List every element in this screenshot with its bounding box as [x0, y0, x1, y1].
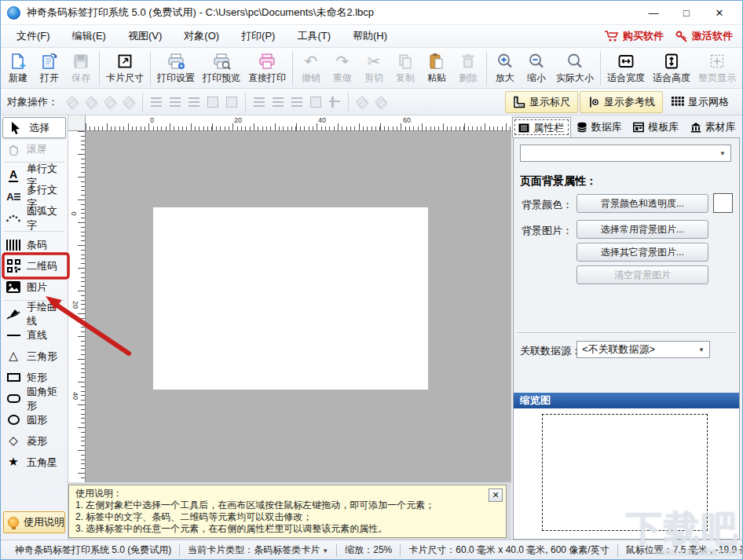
tool-scroll[interactable]: 滚屏 [1, 138, 68, 159]
app-window: 神奇条码标签打印系统 5.0 (免费试用) - C:\Users\pc\Docu… [0, 0, 743, 560]
database-icon [576, 122, 587, 133]
align-left-icon[interactable] [148, 94, 164, 110]
redo-button[interactable]: ↷ 重做 [327, 50, 358, 86]
move-backward-icon[interactable] [121, 94, 137, 110]
align-middle-icon[interactable] [270, 94, 286, 110]
line-icon [5, 328, 22, 343]
align-top-icon[interactable] [251, 94, 267, 110]
maximize-button[interactable]: □ [670, 2, 703, 24]
zoom-out-button[interactable]: 缩小 [521, 50, 552, 86]
single-line-text-icon: A [5, 168, 22, 184]
menu-file[interactable]: 文件(F) [5, 25, 61, 47]
print-preview-icon [211, 51, 232, 71]
cut-button[interactable]: ✂ 剪切 [358, 50, 390, 86]
bg-color-label: 背景颜色： [522, 198, 573, 212]
circle-icon [5, 412, 22, 428]
panel-divider [517, 332, 736, 333]
distribute-v-icon[interactable] [327, 94, 342, 110]
arc-text-icon [5, 210, 22, 226]
element-selector-dropdown[interactable]: ▼ [520, 145, 731, 162]
show-grid-toggle[interactable]: 显示网格 [664, 92, 736, 112]
tool-star[interactable]: ★ 五角星 [1, 452, 68, 473]
tab-material-library[interactable]: 素材库 [685, 117, 742, 137]
tool-triangle[interactable]: △ 三角形 [1, 346, 68, 367]
canvas-area: 0 20 40 60 0 20 40 使用说明： 1. 左侧对象栏中选择一个工具… [68, 115, 511, 540]
save-button[interactable]: 保存 [65, 50, 97, 86]
activate-software-link[interactable]: 激活软件 [675, 29, 733, 43]
show-ruler-toggle[interactable]: 显示标尺 [505, 91, 578, 113]
group-icon[interactable] [354, 94, 370, 110]
show-guides-toggle[interactable]: 显示参考线 [580, 91, 663, 113]
help-close-button[interactable]: ✕ [489, 489, 503, 502]
menu-edit[interactable]: 编辑(E) [61, 25, 117, 47]
card-size-icon [115, 51, 134, 71]
copy-button[interactable]: 复制 [390, 50, 421, 86]
close-button[interactable]: ✕ [703, 2, 736, 24]
bg-image-clear-button[interactable]: 清空背景图片 [576, 265, 708, 284]
paste-button[interactable]: 粘贴 [421, 50, 452, 86]
tool-arc-text[interactable]: 圆弧文字 [1, 207, 68, 229]
delete-button[interactable]: 删除 [452, 50, 484, 86]
bg-image-common-button[interactable]: 选择常用背景图片... [576, 220, 708, 239]
menu-object[interactable]: 对象(O) [173, 25, 230, 47]
same-height-icon[interactable] [308, 94, 324, 110]
whole-page-button[interactable]: 整页显示 [694, 50, 740, 86]
align-center-h-icon[interactable] [167, 94, 183, 110]
status-card-type[interactable]: 当前卡片类型：条码标签类卡片▼ [179, 544, 336, 557]
right-panel: 属性栏 数据库 模板库 素材库 ▼ [511, 115, 742, 540]
tool-diamond[interactable]: ◇ 菱形 [1, 430, 68, 452]
align-right-icon[interactable] [186, 94, 202, 110]
card-size-button[interactable]: 卡片尺寸 [102, 50, 148, 86]
canvas-viewport[interactable] [86, 131, 511, 482]
fit-height-button[interactable]: 适合高度 [649, 50, 694, 86]
print-settings-button[interactable]: 打印设置 [153, 50, 199, 86]
properties-icon [518, 123, 529, 134]
distribute-h-icon[interactable] [224, 94, 240, 110]
menu-print[interactable]: 打印(P) [230, 25, 286, 47]
bg-color-swatch[interactable] [713, 193, 733, 213]
usage-help-button[interactable]: 使用说明 [3, 511, 65, 533]
undo-button[interactable]: ↶ 撤销 [295, 50, 327, 86]
menu-view[interactable]: 视图(V) [117, 25, 173, 47]
align-bottom-icon[interactable] [289, 94, 305, 110]
ruler-icon [513, 96, 525, 108]
tool-image[interactable]: 图片 [1, 276, 68, 298]
tool-qrcode[interactable]: 二维码 [1, 255, 68, 276]
multi-line-text-icon: A [5, 189, 22, 205]
toolbar-separator [292, 51, 293, 86]
fit-width-button[interactable]: 适合宽度 [603, 50, 649, 86]
tool-select[interactable]: 选择 [2, 117, 66, 138]
new-button[interactable]: 新建 [2, 50, 34, 86]
open-button[interactable]: 打开 [34, 50, 65, 86]
fit-height-icon [662, 51, 681, 71]
menu-help[interactable]: 帮助(H) [342, 25, 398, 47]
copy-icon [396, 51, 415, 71]
tool-rounded-rectangle[interactable]: 圆角矩形 [1, 388, 68, 409]
bg-color-button[interactable]: 背景颜色和透明度... [576, 194, 708, 213]
tool-freehand-curve[interactable]: 手绘曲线 [1, 303, 68, 324]
chevron-down-icon: ▼ [694, 346, 709, 353]
key-icon [675, 30, 689, 42]
zoom-in-button[interactable]: 放大 [489, 50, 521, 86]
label-page[interactable] [153, 207, 428, 390]
bg-image-other-button[interactable]: 选择其它背景图片... [576, 243, 708, 262]
print-preview-button[interactable]: 打印预览 [199, 50, 244, 86]
buy-software-link[interactable]: 购买软件 [604, 29, 664, 43]
menu-tools[interactable]: 工具(T) [286, 25, 342, 47]
tab-properties[interactable]: 属性栏 [512, 117, 571, 137]
move-forward-icon[interactable] [102, 94, 118, 110]
datasource-dropdown[interactable]: <不关联数据源> ▼ [576, 341, 710, 358]
redo-icon: ↷ [336, 51, 350, 71]
toolbar-separator [600, 51, 601, 86]
tab-template-library[interactable]: 模板库 [628, 117, 685, 137]
send-to-back-icon[interactable] [83, 94, 99, 110]
zoom-in-icon [496, 51, 514, 71]
actual-size-button[interactable]: 实际大小 [552, 50, 598, 86]
tool-barcode[interactable]: 条码 [1, 234, 68, 255]
direct-print-button[interactable]: 直接打印 [244, 50, 290, 86]
tab-database[interactable]: 数据库 [571, 117, 628, 137]
ungroup-icon[interactable] [373, 94, 389, 110]
same-width-icon[interactable] [205, 94, 221, 110]
minimize-button[interactable]: — [637, 2, 670, 24]
bring-to-front-icon[interactable] [64, 94, 80, 110]
